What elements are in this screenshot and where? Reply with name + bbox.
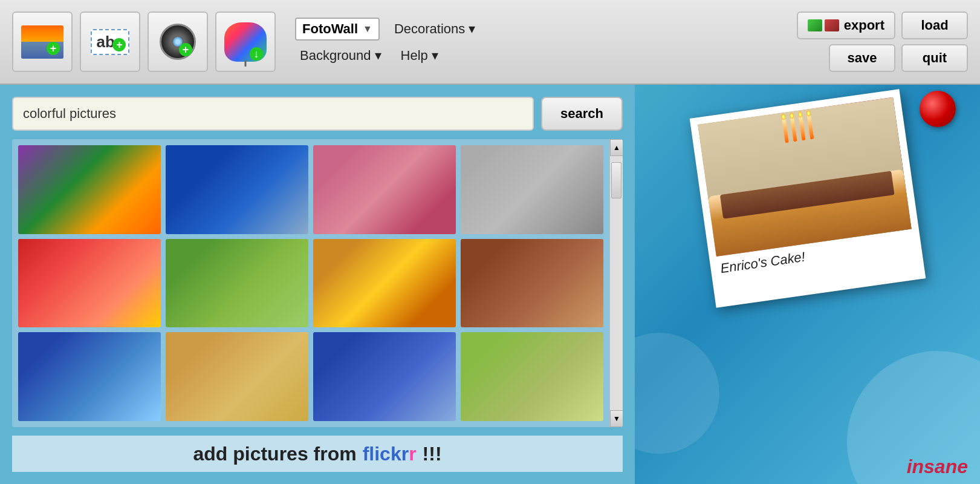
menu-group: FotoWall ▼ Decorations ▾ Background ▾ He… [295, 18, 480, 66]
image-grid [12, 139, 609, 427]
app-select-dropdown[interactable]: FotoWall ▼ [295, 18, 380, 41]
help-menu[interactable]: Help ▾ [396, 45, 443, 66]
top-right-buttons: export load [797, 11, 968, 39]
right-button-group: export load save quit [797, 11, 968, 72]
cake-candles [782, 115, 814, 143]
insane-label: insane [907, 456, 968, 478]
export-icon-green [808, 19, 822, 31]
toolbar: + abc + + ↓ FotoWall ▼ [0, 0, 980, 85]
add-text-button[interactable]: abc + [80, 11, 140, 72]
red-decoration-ball [920, 91, 956, 127]
add-webcam-plus-badge: + [179, 43, 192, 56]
add-web-button[interactable]: ↓ [215, 11, 276, 72]
decorations-menu[interactable]: Decorations ▾ [389, 19, 481, 39]
quit-button[interactable]: quit [901, 44, 968, 72]
scroll-thumb[interactable] [611, 162, 621, 198]
background-menu[interactable]: Background ▾ [295, 45, 386, 66]
scroll-track[interactable] [610, 156, 623, 410]
search-panel: search [0, 85, 635, 484]
main-content: search [0, 85, 980, 484]
candle-3 [799, 116, 806, 140]
app-name-label: FotoWall [302, 21, 358, 37]
grid-image-7[interactable] [313, 239, 456, 328]
candle-2 [790, 117, 797, 142]
flickr-promo-text: add pictures from flickrr !!! [12, 436, 623, 472]
grid-image-12[interactable] [461, 332, 603, 421]
grid-image-11[interactable] [313, 332, 456, 421]
grid-image-4[interactable] [461, 145, 603, 234]
grid-image-9[interactable] [18, 332, 161, 421]
bottom-right-buttons: save quit [829, 44, 968, 72]
add-text-plus-badge: + [112, 38, 126, 51]
bottom-text-prefix: add pictures from [193, 443, 356, 465]
image-grid-scrollbar[interactable]: ▲ ▼ [609, 139, 623, 427]
search-bar: search [12, 97, 623, 131]
grid-image-10[interactable] [166, 332, 308, 421]
grid-image-6[interactable] [166, 239, 308, 328]
add-webcam-button[interactable]: + [148, 11, 208, 72]
webcam-icon [160, 24, 196, 60]
add-image-plus-badge: + [47, 42, 60, 55]
grid-image-3[interactable] [313, 145, 456, 234]
add-image-button[interactable]: + [12, 11, 73, 72]
add-web-plus-badge: ↓ [250, 47, 263, 60]
scroll-up-button[interactable]: ▲ [610, 139, 623, 156]
scroll-down-button[interactable]: ▼ [610, 410, 623, 427]
grid-image-2[interactable] [166, 145, 308, 234]
top-menu-row: FotoWall ▼ Decorations ▾ [295, 18, 480, 41]
export-button[interactable]: export [797, 11, 895, 39]
search-input[interactable] [12, 97, 534, 131]
flickr-label: flickrr [363, 443, 417, 465]
polaroid-photo[interactable]: Enrico's Cake! [689, 89, 926, 308]
app-dropdown-arrow: ▼ [363, 24, 372, 34]
load-button[interactable]: load [901, 11, 968, 39]
grid-image-8[interactable] [461, 239, 603, 328]
image-grid-container: ▲ ▼ [12, 139, 623, 427]
grid-image-5[interactable] [18, 239, 161, 328]
grid-image-1[interactable] [18, 145, 161, 234]
bottom-text-suffix: !!! [423, 443, 442, 465]
save-button[interactable]: save [829, 44, 895, 72]
canvas-panel: Enrico's Cake! insane [635, 85, 980, 484]
polaroid-image [698, 97, 911, 257]
search-button[interactable]: search [541, 97, 623, 131]
export-icon-red [825, 19, 839, 31]
bottom-menu-row: Background ▾ Help ▾ [295, 45, 480, 66]
